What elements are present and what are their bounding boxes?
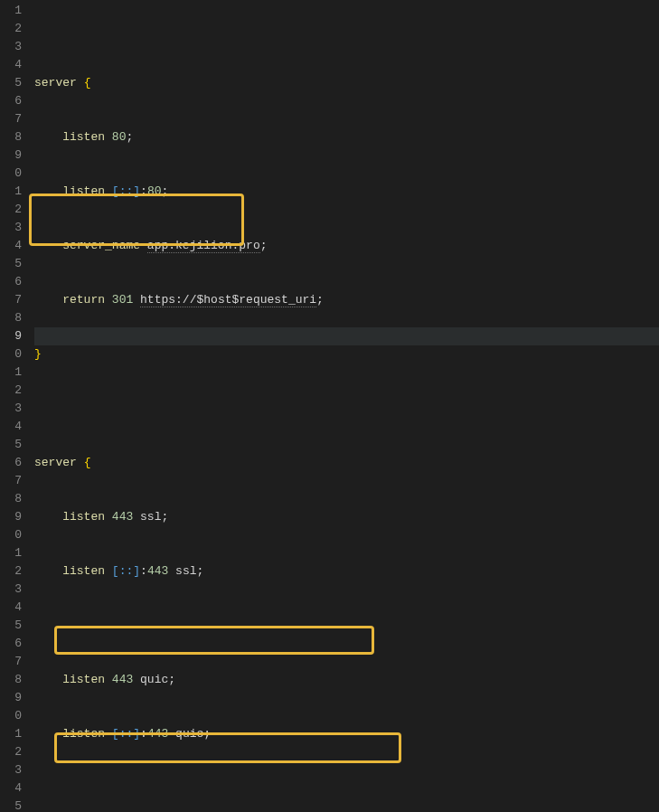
line-number: 1 [0,2,22,20]
line-number: 8 [0,309,22,327]
line-number: 6 [0,454,22,472]
line-number: 2 [0,382,22,400]
line-number: 0 [0,165,22,183]
line-number: 5 [0,617,22,635]
line-number: 5 [0,798,22,812]
dir-server-name: server_name [62,239,140,252]
line-number: 7 [0,110,22,128]
line-number: 3 [0,761,22,779]
line-number: 7 [0,653,22,671]
line-number: 9 [0,327,22,345]
line-number: 7 [0,472,22,490]
line-number: 9 [0,689,22,707]
line-number: 6 [0,635,22,653]
keyword-server: server [34,76,77,90]
line-number: 8 [0,490,22,508]
line-number-gutter: 1234567890123456789012345678901234567890… [0,0,34,812]
line-number: 7 [0,291,22,309]
line-number: 2 [0,743,22,761]
brace-open: { [84,76,91,90]
line-number: 3 [0,38,22,56]
line-number: 1 [0,725,22,743]
line-number: 1 [0,364,22,382]
line-number: 1 [0,183,22,201]
line-number: 3 [0,581,22,599]
line-number: 5 [0,436,22,454]
line-number: 2 [0,201,22,219]
line-number: 0 [0,707,22,725]
line-number: 2 [0,562,22,581]
dir-listen: listen [62,130,105,144]
line-number: 5 [0,74,22,92]
line-number: 1 [0,544,22,562]
line-number: 3 [0,219,22,237]
active-line-highlight [34,327,659,345]
line-number: 2 [0,20,22,38]
code-content[interactable]: server { listen 80; listen [::]:80; serv… [34,0,659,812]
line-number: 4 [0,779,22,798]
line-number: 4 [0,237,22,255]
line-number: 3 [0,400,22,418]
code-editor[interactable]: 1234567890123456789012345678901234567890… [0,0,659,812]
line-number: 0 [0,526,22,544]
line-number: 5 [0,255,22,273]
line-number: 8 [0,671,22,689]
line-number: 4 [0,599,22,617]
line-number: 9 [0,508,22,526]
line-number: 4 [0,418,22,436]
line-number: 9 [0,146,22,165]
line-number: 0 [0,345,22,364]
line-number: 8 [0,128,22,146]
line-number: 4 [0,56,22,74]
brace-close: } [34,347,42,361]
line-number: 6 [0,92,22,110]
line-number: 6 [0,273,22,291]
